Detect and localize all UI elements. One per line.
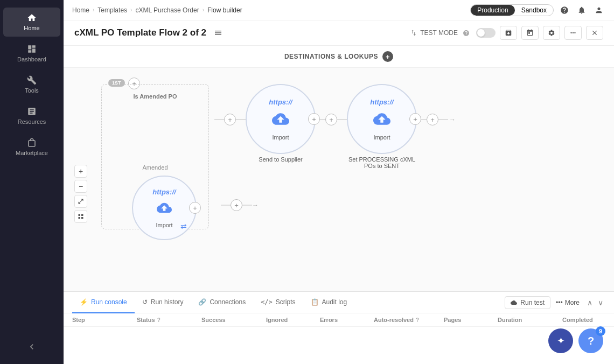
status-help-icon[interactable]: ?: [157, 317, 161, 323]
breadcrumb-sep-1: ›: [93, 7, 94, 13]
bell-icon: [577, 6, 586, 15]
breadcrumb-current: Flow builder: [207, 6, 242, 14]
tab-run-console-label: Run console: [91, 298, 127, 306]
th-ignored: Ignored: [266, 317, 320, 323]
sidebar-item-home[interactable]: Home: [3, 8, 60, 37]
tab-run-console[interactable]: ⚡ Run console: [72, 292, 135, 313]
set-processing-label: Set PROCESSING cXML POs to SENT: [347, 156, 417, 169]
tab-connections[interactable]: 🔗 Connections: [191, 292, 253, 313]
grid-btn[interactable]: [74, 210, 87, 223]
help-fab[interactable]: ? 9: [578, 328, 603, 353]
sidebar-item-marketplace[interactable]: Marketplace: [3, 132, 60, 162]
run-test-btn[interactable]: Run test: [505, 296, 550, 309]
archive-btn[interactable]: [500, 26, 517, 40]
sidebar-collapse-button[interactable]: [0, 336, 64, 358]
destinations-add-btn[interactable]: +: [382, 51, 393, 62]
production-btn[interactable]: Production: [471, 5, 514, 16]
add-btn-c1[interactable]: +: [224, 114, 236, 125]
send-to-supplier-label: Send to Supplier: [259, 156, 302, 163]
breadcrumb-home[interactable]: Home: [72, 6, 89, 14]
add-btn-node-right-1[interactable]: +: [308, 113, 320, 125]
home-icon: [27, 13, 37, 23]
sidebar-item-resources-label: Resources: [18, 118, 46, 125]
audit-log-icon: 📋: [311, 298, 319, 306]
breadcrumb-cxml[interactable]: cXML Purchase Order: [135, 6, 199, 14]
help-icon-btn[interactable]: [558, 4, 571, 17]
tab-scripts-label: Scripts: [276, 298, 296, 306]
table-header: Step Status ? Success Ignored Errors Aut…: [64, 313, 614, 327]
cloud-upload-icon-1: [272, 110, 289, 128]
fit-screen-btn[interactable]: [74, 195, 87, 208]
add-btn-node-right-2[interactable]: +: [409, 113, 421, 125]
tab-run-history[interactable]: ↺ Run history: [135, 292, 191, 313]
sidebar-item-dashboard-label: Dashboard: [17, 56, 46, 62]
menu-icon-btn[interactable]: [212, 26, 225, 39]
more-btn[interactable]: ••• More: [556, 299, 580, 306]
test-mode-help-btn[interactable]: [460, 27, 472, 39]
settings-btn[interactable]: [543, 26, 560, 40]
add-btn-c2[interactable]: +: [325, 114, 337, 125]
connector-amended-1: + →: [221, 199, 259, 211]
set-processing-node[interactable]: https:// Import +: [347, 84, 417, 154]
flow-arrow-amended: →: [252, 201, 259, 209]
more-options-btn[interactable]: [564, 26, 582, 40]
tab-audit-log-label: Audit log: [322, 298, 347, 306]
connector-2: +: [316, 114, 347, 125]
page-title-area: cXML PO Template Flow 2 of 2: [74, 26, 225, 39]
breadcrumb: Home › Templates › cXML Purchase Order ›…: [72, 6, 242, 14]
th-auto-resolved: Auto-resolved ?: [374, 317, 444, 323]
sandbox-btn[interactable]: Sandbox: [515, 5, 553, 16]
tab-scripts[interactable]: </> Scripts: [253, 292, 303, 313]
destinations-label: DESTINATIONS & LOOKUPS: [284, 53, 378, 60]
flow-arrow-end: →: [449, 116, 456, 123]
amended-label: Amended: [107, 164, 203, 171]
notifications-btn[interactable]: [575, 4, 588, 17]
th-completed: Completed: [562, 317, 605, 323]
add-btn-node-right-3[interactable]: +: [189, 202, 201, 214]
add-btn-c3[interactable]: +: [427, 114, 438, 125]
dashboard-icon: [27, 44, 37, 54]
collapse-down-btn[interactable]: ∨: [596, 297, 605, 308]
th-status: Status ?: [137, 317, 201, 323]
page-header: cXML PO Template Flow 2 of 2 TEST MODE: [64, 20, 614, 46]
sidebar-item-resources[interactable]: Resources: [3, 101, 60, 130]
set-processing-import-label: Import: [373, 134, 390, 141]
conn-line-2: [236, 119, 246, 120]
zoom-out-btn[interactable]: −: [74, 180, 87, 193]
sidebar-item-tools[interactable]: Tools: [3, 70, 60, 99]
close-btn[interactable]: [586, 26, 603, 40]
send-to-supplier-node[interactable]: https:// Import +: [246, 84, 316, 154]
amended-inner-group: https:// Import ⇄ +: [132, 176, 197, 240]
user-icon: [595, 6, 603, 15]
tab-connections-label: Connections: [210, 298, 246, 306]
amended-flow-row: https:// Import ⇄ + +: [108, 170, 603, 240]
calendar-icon: [526, 29, 534, 37]
zoom-in-btn[interactable]: +: [74, 165, 87, 178]
top-nav-right: Production Sandbox: [470, 4, 605, 17]
send-supplier-import-label: Import: [272, 134, 289, 141]
settings-icon: [548, 29, 555, 37]
th-success: Success: [201, 317, 266, 323]
collapse-up-btn[interactable]: ∧: [585, 297, 595, 308]
more-horiz-icon: [569, 29, 577, 37]
grid-icon: [78, 213, 84, 220]
breadcrumb-templates[interactable]: Templates: [97, 6, 127, 14]
more-dots: •••: [556, 299, 563, 306]
sparkle-fab[interactable]: ✦: [548, 328, 573, 353]
menu-icon: [214, 29, 222, 37]
auto-resolved-help-icon[interactable]: ?: [416, 317, 419, 323]
main-content: Home › Templates › cXML Purchase Order ›…: [64, 0, 614, 364]
user-profile-btn[interactable]: [592, 4, 605, 17]
canvas-controls: + −: [74, 165, 87, 223]
fab-area: ✦ ? 9: [548, 328, 603, 353]
amended-node[interactable]: https:// Import ⇄ +: [132, 176, 197, 240]
run-test-label: Run test: [520, 299, 545, 306]
test-mode-toggle[interactable]: [476, 28, 496, 38]
add-btn-amended[interactable]: +: [231, 199, 242, 211]
calendar-btn[interactable]: [521, 26, 539, 40]
tab-audit-log[interactable]: 📋 Audit log: [303, 292, 355, 313]
th-step: Step: [72, 317, 137, 323]
sidebar-item-dashboard[interactable]: Dashboard: [3, 39, 60, 68]
bottom-panel: ⚡ Run console ↺ Run history 🔗 Connection…: [64, 291, 614, 364]
send-to-supplier-group: https:// Import + Send to Supplier: [246, 84, 316, 163]
